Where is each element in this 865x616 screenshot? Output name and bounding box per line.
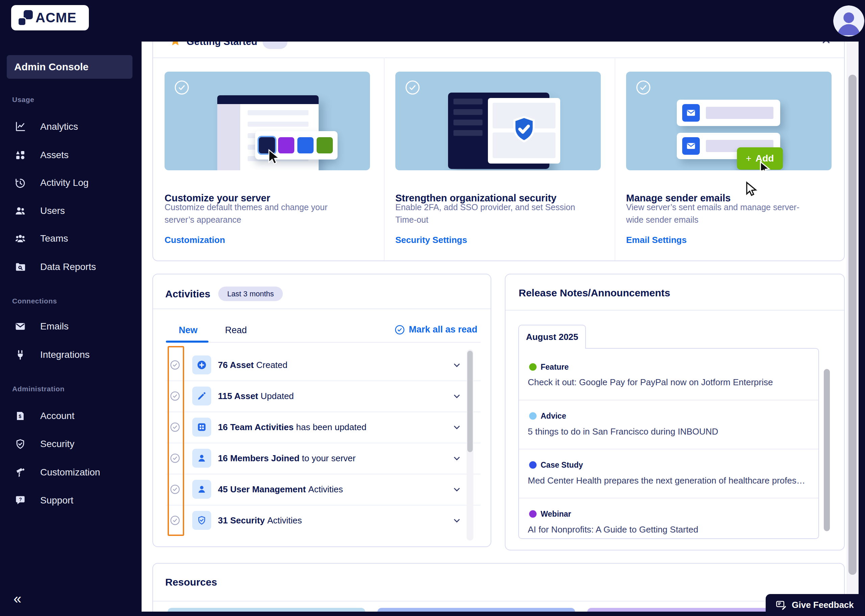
chevron-down-icon[interactable] <box>452 391 462 402</box>
envelope-icon <box>682 104 700 122</box>
chevron-down-icon[interactable] <box>452 516 462 527</box>
activity-row-security[interactable]: 31 Security Activities <box>166 505 480 536</box>
section-label-connections: Connections <box>12 297 57 306</box>
activity-row-asset-created[interactable]: 76 Asset Created <box>166 349 480 380</box>
sidebar-item-admin-console[interactable]: Admin Console <box>7 55 132 79</box>
account-icon: $ <box>14 410 26 422</box>
sidebar-item-integrations[interactable]: Integrations <box>7 345 135 364</box>
date-range-badge: Last 3 months <box>218 286 283 301</box>
collapse-sidebar-button[interactable]: « <box>14 591 21 607</box>
activity-row-asset-updated[interactable]: 115 Asset Updated <box>166 380 480 412</box>
chevron-down-icon[interactable] <box>452 485 462 496</box>
data-reports-icon <box>14 261 26 273</box>
security-settings-link[interactable]: Security Settings <box>395 235 467 245</box>
release-note-link[interactable]: AI for Nonprofits: A Guide to Getting St… <box>528 525 815 535</box>
envelope-icon <box>682 137 700 155</box>
assets-icon <box>14 149 26 161</box>
svg-text:$: $ <box>19 413 21 419</box>
emails-icon <box>14 321 26 333</box>
sidebar-item-activity-log[interactable]: Activity Log <box>7 173 135 192</box>
customization-link[interactable]: Customization <box>165 235 225 245</box>
chevron-down-icon[interactable] <box>452 361 462 371</box>
sidebar-item-customization[interactable]: Customization <box>7 463 135 482</box>
card-description: Enable 2FA, add SSO provider, and set Se… <box>395 201 584 226</box>
activities-scrollbar-thumb[interactable] <box>467 351 473 452</box>
entry-divider <box>519 400 818 401</box>
check-circle-icon <box>636 80 651 97</box>
mark-all-as-read-button[interactable]: Mark all as read <box>395 324 477 335</box>
integrations-icon <box>14 349 26 361</box>
column-divider <box>615 57 615 261</box>
feature-dot <box>529 363 537 371</box>
paint-roller-icon <box>14 466 26 478</box>
sidebar-item-support[interactable]: ? Support <box>7 491 135 510</box>
divider <box>153 601 844 602</box>
page-scrollbar-thumb[interactable] <box>848 75 857 575</box>
sidebar-item-account[interactable]: $ Account <box>7 407 135 426</box>
sidebar: ACME Admin Console Usage Analytics Asset… <box>0 0 141 616</box>
sidebar-item-data-reports[interactable]: Data Reports <box>7 258 135 277</box>
section-label-usage: Usage <box>12 96 35 105</box>
shield-check-icon <box>192 511 211 530</box>
cursor-icon <box>265 148 283 167</box>
sidebar-item-emails[interactable]: Emails <box>7 317 135 336</box>
release-note-link[interactable]: Check it out: Google Pay for PayPal now … <box>528 377 815 388</box>
month-tab[interactable]: August 2025 <box>518 325 586 349</box>
release-note-link[interactable]: Med Center Health prepares the next gene… <box>528 475 815 486</box>
chevron-down-icon[interactable] <box>452 454 462 465</box>
entry-tag: Webinar <box>529 509 571 519</box>
acme-logo[interactable]: ACME <box>11 5 89 30</box>
entry-divider <box>519 449 818 449</box>
sidebar-item-security[interactable]: Security <box>7 435 135 454</box>
shield-check-icon <box>509 114 539 146</box>
cursor-icon <box>757 160 773 170</box>
shield-icon <box>14 438 26 450</box>
sidebar-item-analytics[interactable]: Analytics <box>7 117 135 136</box>
pencil-icon <box>192 387 211 405</box>
mouse-pointer <box>743 181 760 198</box>
email-row <box>677 100 780 126</box>
tab-read[interactable]: Read <box>225 325 247 336</box>
column-divider <box>384 57 385 261</box>
email-settings-link[interactable]: Email Settings <box>626 235 687 245</box>
tab-track <box>166 342 480 343</box>
check-circle-icon <box>405 80 420 97</box>
entry-tag: Feature <box>529 361 569 372</box>
activities-scrollbar[interactable] <box>466 349 473 541</box>
user-avatar[interactable] <box>833 5 864 36</box>
top-bar <box>141 0 865 42</box>
advice-dot <box>529 412 537 420</box>
highlight-box <box>168 346 184 536</box>
resources-card: Resources <box>152 563 845 616</box>
activity-row-members-joined[interactable]: 16 Members Joined to your server <box>166 443 480 474</box>
activity-row-team-activities[interactable]: 16 Team Activities has been updated <box>166 412 480 443</box>
entry-tag: Case Study <box>529 460 583 470</box>
divider <box>153 308 491 309</box>
page-scrollbar[interactable] <box>847 42 859 611</box>
feedback-icon <box>776 599 787 611</box>
activity-row-user-management[interactable]: 45 User Management Activities <box>166 474 480 505</box>
release-notes-scrollbar-thumb[interactable] <box>824 369 830 531</box>
security-illustration <box>395 72 601 170</box>
active-tab-underline <box>166 341 209 343</box>
sidebar-item-users[interactable]: Users <box>7 201 135 220</box>
right-edge <box>858 0 865 616</box>
chevron-down-icon[interactable] <box>452 423 462 434</box>
sidebar-item-assets[interactable]: Assets <box>7 146 135 165</box>
plus-icon: + <box>746 153 752 164</box>
sidebar-item-teams[interactable]: Teams <box>7 229 135 248</box>
user-icon <box>192 480 211 499</box>
activities-title: Activities <box>165 288 210 300</box>
give-feedback-button[interactable]: Give Feedback <box>766 594 863 616</box>
tab-new[interactable]: New <box>179 325 198 336</box>
user-icon <box>192 449 211 468</box>
acme-logo-icon <box>18 10 33 26</box>
teams-icon <box>14 233 26 245</box>
plus-circle-icon <box>192 355 211 374</box>
card-description: Customize default themes and change your… <box>165 201 354 226</box>
color-swatch-blue <box>297 137 314 153</box>
divider <box>153 57 844 58</box>
case-study-dot <box>529 461 537 469</box>
getting-started-card: Getting Started <box>152 15 845 261</box>
release-note-link[interactable]: 5 things to do in San Francisco during I… <box>528 426 815 437</box>
